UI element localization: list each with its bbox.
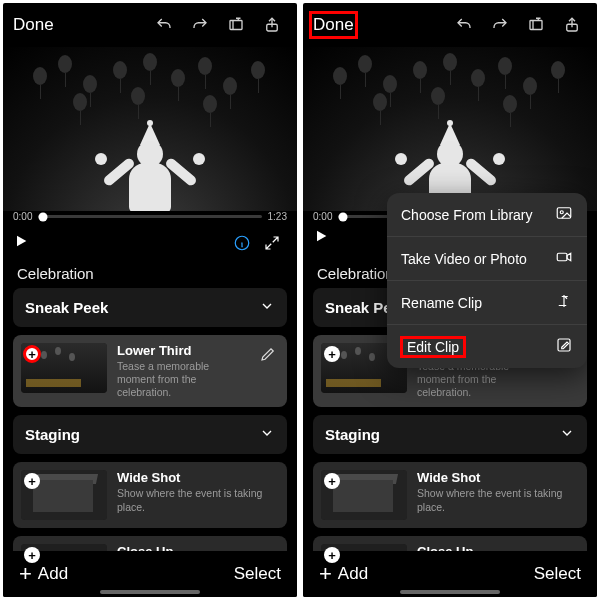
svg-point-6 <box>560 211 563 214</box>
phone-pane: Done 0:00 1:23 Celebration <box>3 3 297 597</box>
add-clip-icon[interactable]: + <box>24 346 40 362</box>
clip-title: Lower Third <box>117 343 247 358</box>
clip-thumbnail[interactable]: + <box>21 470 107 520</box>
clip-desc: Tease a memorable moment from the celebr… <box>117 360 247 399</box>
add-media-icon[interactable] <box>221 10 251 40</box>
svg-rect-3 <box>530 21 542 30</box>
add-button[interactable]: Add <box>338 564 368 584</box>
top-bar: Done <box>303 3 597 47</box>
menu-item-label: Rename Clip <box>401 295 482 311</box>
svg-rect-7 <box>557 253 567 261</box>
home-indicator <box>400 590 500 594</box>
group-title: Sneak Peek <box>25 299 108 316</box>
clip-desc: Show where the event is taking place. <box>417 487 579 513</box>
clip-title: Wide Shot <box>117 470 279 485</box>
clip-title: Wide Shot <box>417 470 579 485</box>
top-bar: Done <box>3 3 297 47</box>
menu-item-choose-from-library[interactable]: Choose From Library <box>387 193 587 237</box>
redo-icon[interactable] <box>485 10 515 40</box>
group-title: Staging <box>325 426 380 443</box>
menu-item-take-video-or-photo[interactable]: Take Video or Photo <box>387 237 587 281</box>
svg-rect-0 <box>230 21 242 30</box>
camera-icon <box>555 248 573 269</box>
clip-thumbnail[interactable]: + <box>21 343 107 393</box>
select-button[interactable]: Select <box>534 564 581 584</box>
time-current: 0:00 <box>13 211 32 222</box>
group-header[interactable]: Staging <box>313 415 587 454</box>
menu-item-label: Edit Clip <box>401 337 465 357</box>
clip-row[interactable]: + Wide Shot Show where the event is taki… <box>313 462 587 528</box>
video-preview[interactable] <box>303 47 597 211</box>
menu-item-label: Choose From Library <box>401 207 533 223</box>
clip-row[interactable]: + Lower Third Tease a memorable moment f… <box>13 335 287 407</box>
plus-icon: + <box>319 561 332 587</box>
group-title: Staging <box>25 426 80 443</box>
home-indicator <box>100 590 200 594</box>
playhead[interactable] <box>38 212 47 221</box>
clip-desc: Show where the event is taking place. <box>117 487 279 513</box>
menu-item-edit-clip[interactable]: Edit Clip <box>387 325 587 368</box>
undo-icon[interactable] <box>449 10 479 40</box>
image-icon <box>555 204 573 225</box>
chevron-down-icon <box>559 425 575 444</box>
share-icon[interactable] <box>557 10 587 40</box>
undo-icon[interactable] <box>149 10 179 40</box>
pencil-icon[interactable] <box>257 343 279 365</box>
menu-item-rename-clip[interactable]: Rename Clip <box>387 281 587 325</box>
done-button[interactable]: Done <box>13 15 54 35</box>
menu-item-label: Take Video or Photo <box>401 251 527 267</box>
transport: 0:00 1:23 <box>3 211 297 255</box>
video-preview[interactable] <box>3 47 297 211</box>
redo-icon[interactable] <box>185 10 215 40</box>
context-menu: Choose From LibraryTake Video or PhotoRe… <box>387 193 587 368</box>
edit-icon <box>555 336 573 357</box>
chevron-down-icon <box>259 298 275 317</box>
time-duration: 1:23 <box>268 211 287 222</box>
play-icon[interactable] <box>313 228 333 248</box>
playhead[interactable] <box>338 212 347 221</box>
add-button[interactable]: Add <box>38 564 68 584</box>
expand-icon[interactable] <box>257 228 287 258</box>
rename-icon <box>555 292 573 313</box>
chevron-down-icon <box>259 425 275 444</box>
project-title: Celebration <box>3 255 297 288</box>
share-icon[interactable] <box>257 10 287 40</box>
add-clip-icon[interactable]: + <box>324 346 340 362</box>
timeline-scrubber[interactable] <box>38 215 261 218</box>
play-icon[interactable] <box>13 233 33 253</box>
clip-row[interactable]: + Wide Shot Show where the event is taki… <box>13 462 287 528</box>
time-current: 0:00 <box>313 211 332 222</box>
group-header[interactable]: Staging <box>13 415 287 454</box>
done-button[interactable]: Done <box>313 15 354 35</box>
group-header[interactable]: Sneak Peek <box>13 288 287 327</box>
info-icon[interactable] <box>227 228 257 258</box>
plus-icon: + <box>19 561 32 587</box>
phone-pane: Done 0:00 1:23 Celebration <box>303 3 597 597</box>
add-media-icon[interactable] <box>521 10 551 40</box>
select-button[interactable]: Select <box>234 564 281 584</box>
clip-thumbnail[interactable]: + <box>321 470 407 520</box>
